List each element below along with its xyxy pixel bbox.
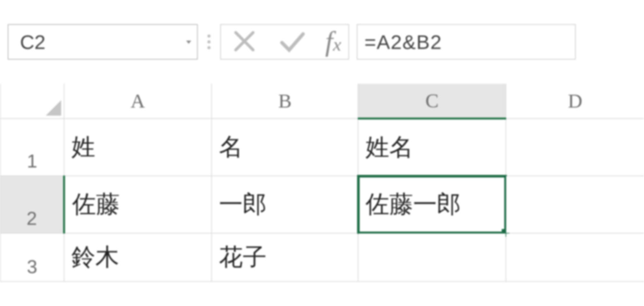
cell-b2[interactable]: 一郎	[212, 176, 358, 233]
insert-function-icon[interactable]: fx	[325, 27, 339, 56]
column-header-b[interactable]: B	[212, 84, 358, 119]
grid-row-3: 3 鈴木 花子	[0, 233, 644, 282]
column-header-c[interactable]: C	[358, 84, 506, 119]
select-all-button[interactable]	[0, 84, 64, 119]
cell-d3[interactable]	[506, 233, 644, 282]
cell-d1[interactable]	[506, 119, 644, 176]
row-header-3[interactable]: 3	[0, 233, 64, 282]
grid-row-2: 2 佐藤 一郎 佐藤一郎	[0, 176, 644, 233]
formula-input[interactable]: =A2&B2	[357, 24, 576, 60]
row-header-2[interactable]: 2	[0, 176, 64, 233]
name-box-dropdown-icon[interactable]	[184, 38, 193, 46]
cell-c3[interactable]	[358, 233, 506, 282]
cell-a3[interactable]: 鈴木	[64, 233, 212, 282]
cell-c1[interactable]: 姓名	[358, 119, 506, 176]
column-header-row: A B C D	[0, 84, 644, 119]
cell-b3[interactable]: 花子	[212, 233, 358, 282]
grid-row-1: 1 姓 名 姓名	[0, 119, 644, 176]
formula-bar: C2 fx =A2&B2	[8, 23, 644, 61]
spreadsheet-grid: A B C D 1 姓 名 姓名 2 佐藤 一郎 佐藤一郎	[0, 84, 644, 282]
column-header-d[interactable]: D	[506, 84, 644, 119]
formula-input-value: =A2&B2	[365, 31, 442, 53]
splitter-handle-icon[interactable]	[205, 34, 213, 49]
cell-d2[interactable]	[506, 176, 644, 233]
cell-a1[interactable]: 姓	[64, 119, 212, 176]
cell-c2-value: 佐藤一郎	[365, 191, 461, 217]
formula-bar-buttons: fx	[220, 24, 349, 60]
name-box-value: C2	[20, 31, 45, 53]
cell-a2[interactable]: 佐藤	[64, 176, 212, 233]
row-header-1[interactable]: 1	[0, 119, 64, 176]
cell-c2[interactable]: 佐藤一郎	[358, 176, 506, 233]
column-header-a[interactable]: A	[64, 84, 212, 119]
cell-b1[interactable]: 名	[212, 119, 358, 176]
enter-icon[interactable]	[278, 27, 307, 57]
name-box[interactable]: C2	[8, 24, 198, 60]
cancel-icon[interactable]	[230, 27, 259, 57]
